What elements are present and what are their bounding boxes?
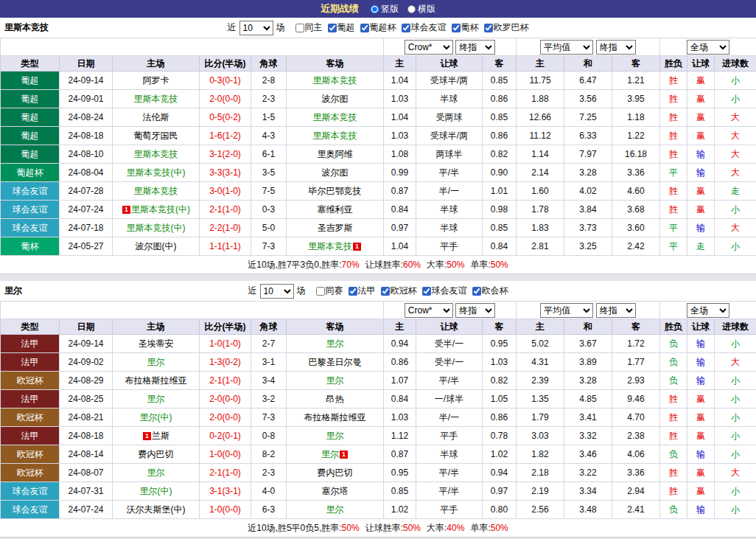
team-link[interactable]: 葡萄牙国民 [134, 131, 178, 141]
layout-radio[interactable] [407, 5, 416, 13]
team-link[interactable]: 里尔 [147, 394, 165, 404]
match-score[interactable]: 2-0(0-0) [200, 90, 251, 108]
team-link[interactable]: 沃尔夫斯堡(中) [127, 504, 186, 515]
match-score[interactable]: 1-0(0-0) [200, 445, 251, 464]
match-score[interactable]: 2-0(0-0) [200, 408, 251, 427]
match-score[interactable]: 2-0(0-0) [200, 390, 251, 408]
match-score[interactable]: 0-5(0-2) [200, 108, 251, 127]
team-link[interactable]: 里斯本竞技(中) [131, 204, 190, 215]
team-link[interactable]: 波尔图 [322, 94, 349, 104]
team-link[interactable]: 兰斯 [152, 431, 169, 441]
asia-time-select[interactable]: 终指 [455, 40, 495, 55]
team-link[interactable]: 里尔(中) [140, 486, 172, 496]
team-link[interactable]: 里尔 [326, 431, 344, 441]
team-link[interactable]: 里尔 [147, 467, 165, 478]
team-link[interactable]: 波尔图 [322, 167, 349, 178]
filter-checkbox[interactable] [295, 24, 304, 32]
team-link[interactable]: 法伦斯 [143, 112, 169, 122]
team-link[interactable]: 阿罗卡 [143, 75, 169, 86]
filter-option[interactable]: 葡超 [328, 21, 355, 34]
team-link[interactable]: 里尔 [147, 357, 165, 367]
europe-company-select[interactable]: 平均值 [540, 303, 593, 318]
filter-option[interactable]: 葡杯 [452, 21, 479, 34]
match-score[interactable]: 0-2(0-1) [200, 427, 251, 445]
team-link[interactable]: 里斯本竞技 [134, 94, 178, 104]
match-score[interactable]: 3-0(1-0) [200, 182, 251, 201]
match-score[interactable]: 2-1(1-0) [200, 464, 251, 482]
filter-option[interactable]: 同主 [295, 21, 323, 34]
europe-company-select[interactable]: 平均值 [540, 40, 593, 55]
team-link[interactable]: 波尔图(中) [136, 241, 177, 251]
filter-option[interactable]: 葡超杯 [360, 21, 396, 34]
filter-option[interactable]: 同赛 [316, 285, 343, 297]
match-score[interactable]: 1-0(0-0) [200, 501, 251, 519]
match-score[interactable]: 0-3(0-1) [200, 72, 251, 90]
filter-option[interactable]: 欧冠杯 [381, 285, 417, 297]
match-score[interactable]: 2-1(1-0) [200, 201, 251, 219]
europe-away-odds: 2.38 [612, 427, 660, 445]
match-score[interactable]: 1-3(0-2) [200, 353, 251, 372]
match-count-select[interactable]: 10 [239, 21, 273, 35]
team-link[interactable]: 里斯本竞技 [313, 75, 357, 86]
filter-option[interactable]: 球会友谊 [422, 285, 467, 297]
match-score[interactable]: 1-0(1-0) [200, 335, 251, 353]
filter-option[interactable]: 欧会杯 [472, 285, 508, 297]
asia-company-select[interactable]: Crow* [405, 303, 453, 318]
filter-option[interactable]: 欧罗巴杯 [484, 21, 529, 34]
match-score[interactable]: 3-3(3-1) [200, 164, 251, 182]
team-link[interactable]: 里尔(中) [140, 412, 172, 422]
filter-checkbox[interactable] [402, 24, 410, 32]
match-count-select[interactable]: 10 [260, 284, 294, 299]
scope-select[interactable]: 全场 [687, 40, 729, 55]
team-link[interactable]: 毕尔巴鄂竞技 [309, 186, 362, 196]
column-header: 和 [564, 56, 612, 72]
scope-select[interactable]: 全场 [687, 303, 729, 318]
match-score[interactable]: 3-1(2-0) [200, 145, 251, 164]
team-link[interactable]: 里尔 [321, 449, 339, 459]
team-link[interactable]: 塞维利亚 [318, 204, 353, 215]
filter-checkbox[interactable] [472, 287, 481, 296]
filter-option[interactable]: 球会友谊 [402, 21, 447, 34]
filter-checkbox[interactable] [422, 287, 431, 296]
team-link[interactable]: 里尔 [326, 375, 344, 386]
match-score[interactable]: 2-2(1-0) [200, 219, 251, 237]
filter-checkbox[interactable] [349, 287, 357, 296]
team-link[interactable]: 里斯本竞技(中) [127, 223, 186, 233]
team-link[interactable]: 里斯本竞技 [134, 186, 178, 196]
asia-company-select[interactable]: Crow* [405, 40, 453, 55]
team-link[interactable]: 布拉格斯拉维亚 [304, 412, 366, 422]
team-link[interactable]: 塞尔塔 [322, 486, 349, 496]
team-link[interactable]: 里斯本竞技(中) [127, 167, 186, 178]
filter-option[interactable]: 法甲 [349, 285, 376, 297]
team-link[interactable]: 圣埃蒂安 [139, 338, 174, 349]
filter-checkbox[interactable] [360, 24, 369, 32]
filter-checkbox[interactable] [328, 24, 337, 32]
team-link[interactable]: 里斯本竞技 [134, 149, 178, 159]
team-link[interactable]: 里斯本竞技 [313, 112, 357, 122]
filter-checkbox[interactable] [452, 24, 461, 32]
team-link[interactable]: 巴黎圣日尔曼 [309, 357, 362, 367]
match-score[interactable]: 1-6(1-2) [200, 127, 251, 145]
match-score[interactable]: 3-1(3-1) [200, 482, 251, 501]
team-link[interactable]: 里尔 [326, 504, 344, 515]
team-link[interactable]: 费内巴切 [318, 467, 353, 478]
layout-option[interactable]: 横版 [407, 3, 435, 15]
layout-radio[interactable] [371, 5, 379, 13]
asia-time-select[interactable]: 终指 [455, 303, 495, 318]
europe-time-select[interactable]: 终指 [596, 303, 636, 318]
match-score[interactable]: 2-1(1-0) [200, 372, 251, 390]
europe-time-select[interactable]: 终指 [596, 40, 636, 55]
team-link[interactable]: 昂热 [326, 394, 344, 404]
team-link[interactable]: 里尔 [326, 338, 344, 349]
filter-checkbox[interactable] [316, 287, 325, 296]
match-score[interactable]: 1-1(1-1) [200, 237, 251, 256]
layout-option[interactable]: 竖版 [371, 3, 399, 15]
filter-checkbox[interactable] [484, 24, 493, 32]
team-link[interactable]: 里斯本竞技 [308, 241, 352, 251]
team-link[interactable]: 里斯本竞技 [313, 131, 357, 141]
team-link[interactable]: 费内巴切 [139, 449, 174, 459]
team-link[interactable]: 布拉格斯拉维亚 [125, 375, 187, 386]
team-link[interactable]: 圣吉罗斯 [318, 223, 353, 233]
filter-checkbox[interactable] [381, 287, 390, 296]
team-link[interactable]: 里奥阿维 [318, 149, 353, 159]
